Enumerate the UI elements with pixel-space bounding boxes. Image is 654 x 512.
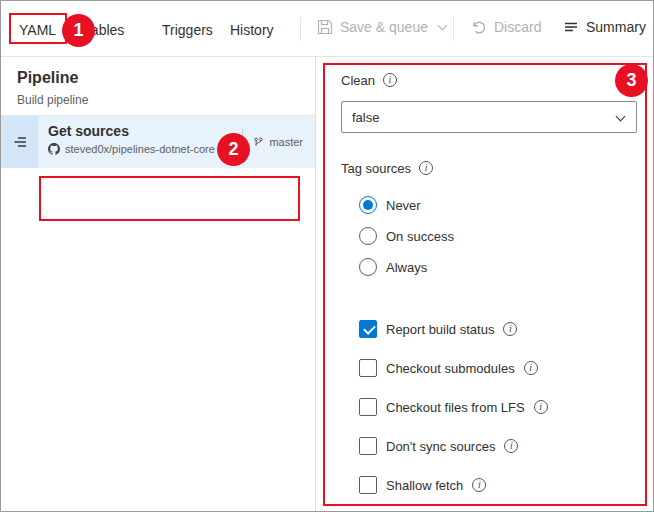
summary-button[interactable]: Summary [563, 19, 646, 35]
checkbox-label: Shallow fetch [386, 478, 463, 493]
checkbox-label: Checkout files from LFS [386, 400, 525, 415]
callout-2: 2 [217, 133, 250, 166]
get-sources-title: Get sources [48, 123, 242, 139]
github-icon [48, 143, 60, 155]
info-icon[interactable] [503, 322, 517, 336]
radio-button[interactable] [359, 258, 377, 276]
checkbox[interactable] [359, 398, 377, 416]
checkbox-shallow-fetch[interactable]: Shallow fetch [359, 475, 637, 495]
info-icon[interactable] [472, 478, 486, 492]
tag-sources-radio-group: Never On success Always [359, 193, 637, 279]
checkbox-report-build-status[interactable]: Report build status [359, 319, 637, 339]
clean-field-label: Clean [341, 71, 637, 89]
task-list-icon [12, 134, 28, 150]
save-icon [317, 19, 333, 35]
chevron-down-icon [438, 20, 448, 30]
radio-on-success[interactable]: On success [359, 224, 637, 248]
radio-never[interactable]: Never [359, 193, 637, 217]
summary-label: Summary [586, 19, 646, 35]
save-and-queue-button[interactable]: Save & queue [317, 19, 446, 35]
pipeline-editor-window: YAML Variables Triggers History Save & q… [0, 0, 654, 512]
source-options-group: Report build status Checkout submodules … [359, 319, 637, 495]
row-icon-column [1, 116, 38, 168]
checkbox-checkout-submodules[interactable]: Checkout submodules [359, 358, 637, 378]
tab-triggers[interactable]: Triggers [162, 22, 213, 38]
save-and-queue-label: Save & queue [340, 19, 428, 35]
checkbox-label: Report build status [386, 322, 494, 337]
clean-label: Clean [341, 73, 375, 88]
radio-always[interactable]: Always [359, 255, 637, 279]
branch-name: master [269, 136, 303, 148]
get-sources-settings-panel: 3 Clean false Tag sources Never [317, 57, 654, 512]
undo-icon [471, 19, 487, 35]
checkbox[interactable] [359, 320, 377, 338]
branch-badge: master [242, 127, 315, 157]
list-icon [563, 19, 579, 35]
tab-history[interactable]: History [230, 22, 274, 38]
radio-button[interactable] [359, 227, 377, 245]
chevron-down-icon [616, 112, 626, 122]
clean-select-value: false [352, 110, 379, 125]
tab-yaml[interactable]: YAML [19, 22, 56, 38]
radio-button[interactable] [359, 196, 377, 214]
checkbox-dont-sync-sources[interactable]: Don't sync sources [359, 436, 637, 456]
checkbox[interactable] [359, 437, 377, 455]
tag-sources-field-label: Tag sources [341, 159, 637, 177]
callout-1: 1 [62, 14, 95, 47]
clean-select[interactable]: false [341, 101, 637, 133]
checkbox[interactable] [359, 359, 377, 377]
callout-3: 3 [615, 64, 648, 97]
get-sources-row[interactable]: Get sources steved0x/pipelines-dotnet-co… [1, 116, 315, 168]
toolbar-divider [453, 17, 454, 41]
pipeline-title: Pipeline [17, 69, 78, 87]
info-icon[interactable] [504, 439, 518, 453]
repo-line: steved0x/pipelines-dotnet-core [48, 143, 242, 155]
radio-label: Always [386, 260, 427, 275]
radio-label: Never [386, 198, 421, 213]
pipeline-tree-panel: Pipeline Build pipeline Get sources stev… [1, 57, 316, 512]
pipeline-subtitle: Build pipeline [17, 93, 88, 107]
git-branch-icon [253, 137, 264, 148]
tag-sources-label: Tag sources [341, 161, 411, 176]
info-icon[interactable] [383, 73, 397, 87]
get-sources-main: Get sources steved0x/pipelines-dotnet-co… [38, 116, 242, 168]
info-icon[interactable] [419, 161, 433, 175]
annotation-box-2 [39, 176, 300, 221]
info-icon[interactable] [534, 400, 548, 414]
checkbox-label: Checkout submodules [386, 361, 515, 376]
topbar: YAML Variables Triggers History Save & q… [1, 1, 654, 57]
radio-label: On success [386, 229, 454, 244]
discard-button[interactable]: Discard [471, 19, 541, 35]
toolbar-divider [300, 17, 301, 41]
checkbox-label: Don't sync sources [386, 439, 495, 454]
checkbox-checkout-files-from-lfs[interactable]: Checkout files from LFS [359, 397, 637, 417]
checkbox[interactable] [359, 476, 377, 494]
repo-name: steved0x/pipelines-dotnet-core [65, 143, 215, 155]
settings-content: Clean false Tag sources Never On success [341, 71, 637, 512]
discard-label: Discard [494, 19, 541, 35]
info-icon[interactable] [524, 361, 538, 375]
